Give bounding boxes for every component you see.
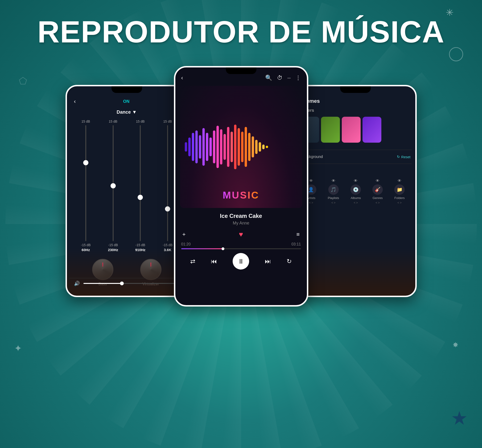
- eq-slider-60hz[interactable]: 15 dB -15 dB 60Hz: [74, 120, 98, 252]
- svg-rect-7: [209, 137, 212, 156]
- volume-fill: [83, 283, 122, 284]
- eq-back-button[interactable]: ‹: [74, 98, 76, 105]
- folders-icon[interactable]: 📁: [394, 184, 405, 195]
- svg-rect-1: [188, 137, 190, 156]
- eq-db-top-2: 15 dB: [109, 120, 117, 123]
- tab-item-genres: 👁 🎸 Genres < >: [372, 179, 383, 204]
- eq-slider-230hz[interactable]: 15 dB -15 dB 230Hz: [101, 120, 125, 252]
- queue-button[interactable]: ≡: [296, 231, 300, 238]
- svg-rect-12: [227, 127, 229, 167]
- eq-thumb-2[interactable]: [111, 183, 116, 188]
- folders-label: Folders: [394, 196, 404, 200]
- player-header: ‹ 🔍 ⏱ ⏤ ⋮: [180, 74, 302, 81]
- eq-thumb-4[interactable]: [165, 206, 170, 211]
- more-icon[interactable]: ⋮: [295, 74, 301, 81]
- play-pause-button[interactable]: ⏸: [233, 253, 249, 270]
- svg-rect-2: [192, 133, 194, 161]
- repeat-button[interactable]: ↻: [287, 258, 292, 265]
- waveform-svg: [184, 123, 299, 170]
- themes-title: Themes: [299, 98, 412, 104]
- genres-icon[interactable]: 🎸: [372, 184, 383, 195]
- wallpaper-green[interactable]: [321, 117, 340, 143]
- prev-button[interactable]: ⏮: [211, 258, 217, 265]
- genres-label: Genres: [373, 196, 383, 200]
- wallpapers-title: papers: [299, 108, 412, 113]
- eq-sliders: 15 dB -15 dB 60Hz 15 dB -15 dB 230Hz: [72, 120, 182, 252]
- svg-rect-17: [245, 127, 247, 167]
- eq-track-3[interactable]: [140, 125, 141, 241]
- reset-label: Reset: [401, 155, 410, 159]
- settings-divider-1: [299, 150, 412, 150]
- playlists-visibility-icon[interactable]: 👁: [332, 179, 335, 183]
- current-time: 01:20: [181, 242, 191, 246]
- volume-thumb[interactable]: [120, 281, 124, 285]
- waveform: [180, 121, 302, 173]
- eq-db-top-4: 15 dB: [163, 120, 172, 123]
- center-phone-notch: [226, 67, 256, 74]
- eq-track-4[interactable]: [167, 125, 168, 241]
- player-back-button[interactable]: ‹: [181, 74, 183, 81]
- song-title: Ice Cream Cake: [180, 213, 302, 219]
- right-phone-notch: [340, 86, 371, 93]
- progress-fill: [181, 248, 223, 249]
- svg-rect-14: [234, 125, 237, 169]
- eq-track-1[interactable]: [85, 125, 86, 241]
- shuffle-button[interactable]: ⇄: [190, 258, 195, 265]
- total-time: 03:11: [291, 242, 301, 246]
- albums-label: Albums: [351, 196, 361, 200]
- progress-bar[interactable]: [181, 248, 301, 249]
- phone-right: Themes papers y background ↻ Reset bs: [294, 85, 417, 297]
- eq-on-status: ON: [123, 99, 129, 104]
- volume-track[interactable]: [83, 283, 180, 284]
- eq-db-top-1: 15 dB: [82, 120, 90, 123]
- player-screen: ‹ 🔍 ⏱ ⏤ ⋮: [175, 67, 307, 305]
- progress-thumb[interactable]: [221, 247, 224, 250]
- artists-code: < >: [309, 201, 313, 204]
- tab-item-albums: 👁 💿 Albums < >: [350, 179, 361, 204]
- search-icon[interactable]: 🔍: [265, 74, 272, 81]
- equalizer-icon[interactable]: ⏤: [287, 74, 291, 81]
- playlists-icon[interactable]: 🎵: [328, 184, 339, 195]
- eq-slider-910hz[interactable]: 15 dB -15 dB 910Hz: [128, 120, 152, 252]
- eq-thumb-3[interactable]: [138, 195, 143, 200]
- add-button[interactable]: +: [182, 231, 186, 238]
- page-title: REPRODUTOR DE MÚSICA: [0, 14, 482, 49]
- svg-rect-3: [195, 130, 198, 163]
- svg-rect-18: [248, 133, 250, 161]
- folders-code: < >: [397, 201, 401, 204]
- eq-track-2[interactable]: [113, 125, 114, 241]
- wallpaper-purple[interactable]: [363, 117, 381, 143]
- svg-rect-8: [213, 130, 215, 163]
- player-info: Ice Cream Cake My Anne: [180, 213, 302, 226]
- artists-visibility-icon[interactable]: 👁: [309, 179, 313, 183]
- reset-button[interactable]: ↻ Reset: [397, 155, 410, 159]
- favorite-button[interactable]: ♥: [239, 230, 243, 238]
- eq-header: ‹ ON ≡: [72, 98, 182, 105]
- genres-visibility-icon[interactable]: 👁: [376, 179, 379, 183]
- eq-volume-bar: 🔊: [69, 278, 184, 289]
- eq-db-top-3: 15 dB: [136, 120, 145, 123]
- folders-visibility-icon[interactable]: 👁: [398, 179, 401, 183]
- albums-icon[interactable]: 💿: [350, 184, 361, 195]
- tab-item-folders: 👁 📁 Folders < >: [394, 179, 405, 204]
- phones-container: ‹ ON ≡ Dance ▼ 15 dB -15 dB 60Hz: [0, 66, 482, 306]
- playlists-code: < >: [331, 201, 335, 204]
- eq-db-bottom-4: -15 dB: [163, 243, 173, 247]
- music-label: MUSIC: [223, 190, 259, 201]
- wallpaper-pink[interactable]: [342, 117, 361, 143]
- history-icon[interactable]: ⏱: [277, 74, 283, 81]
- playlists-label: Playlists: [328, 196, 339, 200]
- svg-rect-22: [262, 144, 264, 149]
- svg-rect-20: [255, 140, 257, 154]
- eq-db-bottom-1: -15 dB: [81, 243, 90, 247]
- settings-bg-scene: [296, 248, 415, 296]
- svg-rect-4: [199, 135, 201, 159]
- albums-visibility-icon[interactable]: 👁: [354, 179, 357, 183]
- eq-preset[interactable]: Dance ▼: [72, 109, 182, 115]
- svg-rect-0: [185, 142, 187, 152]
- phone-left: ‹ ON ≡ Dance ▼ 15 dB -15 dB 60Hz: [65, 85, 188, 297]
- settings-screen: Themes papers y background ↻ Reset bs: [296, 86, 415, 296]
- tabs-label: bs: [300, 171, 411, 175]
- next-button[interactable]: ⏭: [265, 258, 271, 265]
- eq-thumb-1[interactable]: [83, 160, 88, 165]
